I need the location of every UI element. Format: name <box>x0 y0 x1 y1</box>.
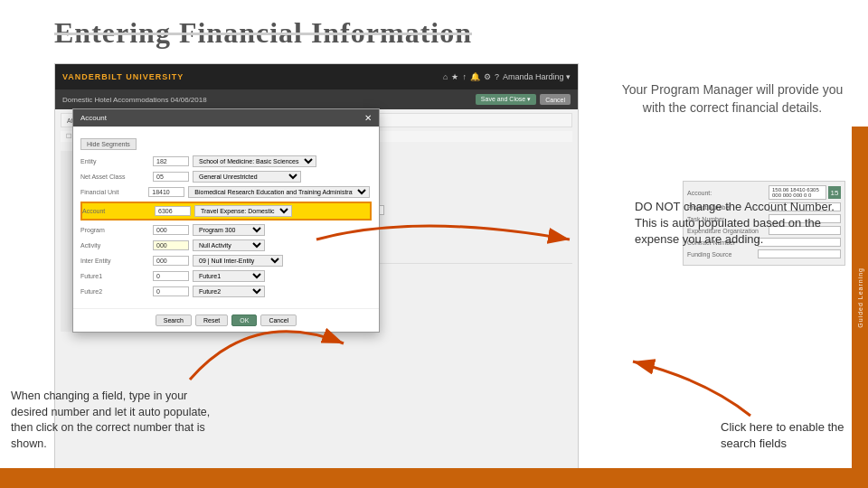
callout-right-text: DO NOT change the Account Number. This i… <box>635 200 835 246</box>
financial-unit-row: Financial Unit Biomedical Research Educa… <box>80 186 372 198</box>
app-subbar: Domestic Hotel Accommodations 04/06/2018… <box>55 89 578 109</box>
hide-segments-button[interactable]: Hide Segments <box>80 138 137 150</box>
inter-entity-input[interactable] <box>153 256 189 266</box>
future1-row: Future1 Future1 <box>80 270 372 282</box>
future1-select[interactable]: Future1 <box>193 270 265 282</box>
entity-row: Entity School of Medicine: Basic Science… <box>80 155 372 167</box>
program-label: Program <box>80 227 153 233</box>
ok-button[interactable]: OK <box>231 314 257 326</box>
guided-learning-tab[interactable]: Guided Learning <box>852 127 868 468</box>
callout-top: Your Program Manager will provide you wi… <box>606 72 859 126</box>
activity-row: Activity Null Activity <box>80 239 372 251</box>
account-label: Account <box>82 208 155 214</box>
callout-top-text: Your Program Manager will provide you wi… <box>622 82 844 115</box>
account-input[interactable] <box>155 206 191 216</box>
callout-bottom-left-text: When changing a field, type in your desi… <box>11 389 210 450</box>
net-asset-class-label: Net Asset Class <box>80 174 153 180</box>
callout-bottom-right-text: Click here to enable the search fields <box>721 420 844 450</box>
activity-label: Activity <box>80 242 153 249</box>
home-icon[interactable]: ⌂ <box>443 72 448 81</box>
program-input[interactable] <box>153 225 189 235</box>
page-title: Entering Financial Information <box>54 16 472 50</box>
reset-button[interactable]: Reset <box>195 314 228 326</box>
activity-input[interactable] <box>153 240 189 250</box>
doc-title: Domestic Hotel Accommodations 04/06/2018 <box>62 96 207 104</box>
main-content: VANDERBILT UNIVERSITY ⌂ ★ ↑ 🔔 ⚙ ? Amanda… <box>0 63 868 488</box>
program-row: Program Program 300 <box>80 224 372 236</box>
future2-select[interactable]: Future2 <box>193 286 265 297</box>
guided-learning-label: Guided Learning <box>857 267 863 328</box>
activity-select[interactable]: Null Activity <box>193 239 265 251</box>
callout-click-here: Click here to enable the search fields <box>710 410 868 461</box>
notification-icon[interactable]: 🔔 <box>470 72 480 81</box>
callout-when-changing: When changing a field, type in your desi… <box>0 380 226 461</box>
gear-icon[interactable]: ⚙ <box>484 72 491 81</box>
account-row: Account Travel Expense: Domestic <box>80 202 372 221</box>
modal-close-button[interactable]: ✕ <box>364 113 372 123</box>
help-icon[interactable]: ? <box>495 72 499 81</box>
save-close-button[interactable]: Save and Close ▾ <box>476 94 536 105</box>
modal-titlebar: Account ✕ <box>73 109 379 127</box>
net-asset-class-input[interactable] <box>153 172 189 182</box>
entity-select[interactable]: School of Medicine: Basic Sciences <box>193 155 316 167</box>
financial-unit-label: Financial Unit <box>80 189 148 195</box>
star-icon[interactable]: ★ <box>451 72 458 81</box>
modal-body: Hide Segments Entity School of Medicine:… <box>73 127 379 308</box>
user-menu[interactable]: Amanda Harding ▾ <box>503 72 571 81</box>
future2-input[interactable] <box>153 286 189 296</box>
action-buttons: Save and Close ▾ Cancel <box>476 94 571 105</box>
search-button[interactable]: Search <box>156 314 192 326</box>
app-logo: VANDERBILT UNIVERSITY <box>62 72 184 81</box>
net-asset-class-select[interactable]: General Unrestricted <box>193 171 301 183</box>
callout-do-not-change: DO NOT change the Account Number. This i… <box>624 190 868 258</box>
inter-entity-select[interactable]: 09 | Null Inter-Entity <box>193 255 283 267</box>
entity-input[interactable] <box>153 156 189 166</box>
account-modal: Account ✕ Hide Segments Entity School of… <box>72 108 380 333</box>
modal-footer: Search Reset OK Cancel <box>73 308 379 332</box>
future2-label: Future2 <box>80 288 153 295</box>
modal-title: Account <box>80 114 107 122</box>
inter-entity-row: Inter Entity 09 | Null Inter-Entity <box>80 255 372 267</box>
annotations-panel: Your Program Manager will provide you wi… <box>597 63 868 488</box>
nav-icons: ⌂ ★ ↑ 🔔 ⚙ ? Amanda Harding ▾ <box>443 72 571 81</box>
financial-unit-select[interactable]: Biomedical Research Education and Traini… <box>188 186 370 198</box>
cancel-button[interactable]: Cancel <box>540 94 571 105</box>
upload-icon[interactable]: ↑ <box>462 72 467 81</box>
app-topbar: VANDERBILT UNIVERSITY ⌂ ★ ↑ 🔔 ⚙ ? Amanda… <box>55 64 578 89</box>
financial-unit-input[interactable] <box>148 187 184 197</box>
future2-row: Future2 Future2 <box>80 286 372 297</box>
net-asset-class-row: Net Asset Class General Unrestricted <box>80 171 372 183</box>
account-select[interactable]: Travel Expense: Domestic <box>194 205 292 217</box>
entity-label: Entity <box>80 158 153 164</box>
cancel-modal-button[interactable]: Cancel <box>260 314 297 326</box>
bottom-bar <box>0 468 868 488</box>
program-select[interactable]: Program 300 <box>193 224 265 236</box>
inter-entity-label: Inter Entity <box>80 258 153 264</box>
future1-input[interactable] <box>153 271 189 281</box>
future1-label: Future1 <box>80 273 153 279</box>
